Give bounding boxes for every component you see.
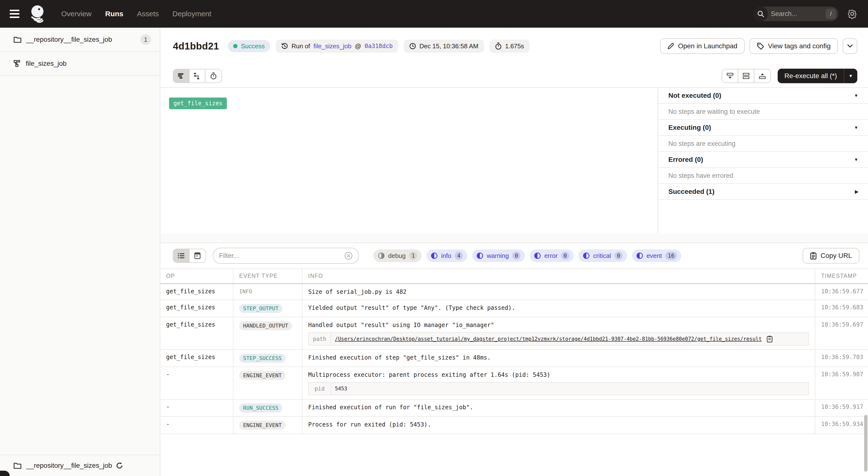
- toggle-icon: [431, 252, 438, 259]
- commit-link[interactable]: 0a318dcb: [365, 43, 393, 49]
- gantt-timing-view-button[interactable]: [206, 69, 221, 82]
- toggle-icon: [534, 252, 541, 259]
- log-table-row[interactable]: get_file_sizes INFO Size of serial_job.p…: [160, 283, 868, 300]
- section-toggle-icon[interactable]: ▼: [854, 93, 858, 98]
- top-nav-bar: OverviewRunsAssetsDeployment /: [0, 0, 868, 28]
- log-table-row[interactable]: get_file_sizes HANDLED_OUTPUT Handled ou…: [160, 317, 868, 350]
- log-level-toggle-error[interactable]: error 0: [530, 249, 574, 262]
- log-timestamp: 10:36:59.677: [815, 283, 868, 300]
- run-duration-tag: 1.675s: [490, 39, 529, 53]
- event-type-badge: STEP_SUCCESS: [239, 354, 286, 363]
- log-level-toggle-critical[interactable]: critical 0: [579, 249, 627, 262]
- global-search[interactable]: /: [753, 6, 838, 21]
- sidebar-item-job[interactable]: file_sizes_job: [0, 52, 160, 76]
- vertical-scrollbar[interactable]: [864, 415, 868, 472]
- level-count-badge: 0: [561, 251, 569, 260]
- layout-split-panel-button[interactable]: [738, 69, 754, 82]
- stopwatch-icon: [495, 42, 502, 50]
- level-count-badge: 4: [455, 251, 463, 260]
- footer-repository-name: __repository__file_sizes_job: [26, 462, 112, 470]
- settings-gear-icon[interactable]: [847, 9, 857, 19]
- log-view-mode-segment: [173, 249, 206, 263]
- open-in-launchpad-button[interactable]: Open in Launchpad: [660, 38, 745, 54]
- status-section-header[interactable]: Executing (0) ▼: [659, 120, 868, 136]
- tag-icon: [757, 42, 764, 50]
- copy-url-button[interactable]: Copy URL: [803, 248, 859, 264]
- log-filter-toolbar: debug 1 info 4 warning 0 error 0: [160, 243, 868, 268]
- log-raw-view-button[interactable]: [189, 249, 206, 262]
- clear-filter-icon[interactable]: [344, 251, 353, 260]
- reexecute-dropdown-caret[interactable]: ▼: [844, 69, 857, 83]
- log-table-row[interactable]: - ENGINE_EVENT Multiprocess executor: pa…: [160, 367, 868, 399]
- level-count-badge: 16: [665, 251, 677, 260]
- event-type-badge: INFO: [239, 288, 252, 295]
- event-type-badge: RUN_SUCCESS: [239, 404, 282, 412]
- job-sidebar: __repository__file_sizes_job 1 file_size…: [0, 28, 160, 476]
- layout-top-panel-button[interactable]: [722, 69, 738, 82]
- copy-path-icon[interactable]: [767, 335, 773, 343]
- log-table-view-button[interactable]: [174, 249, 189, 262]
- status-section-header[interactable]: Not executed (0) ▼: [659, 88, 868, 104]
- panel-layout-segment: [722, 69, 771, 83]
- event-type-badge: STEP_OUTPUT: [239, 304, 282, 313]
- log-timestamp: 10:36:59.934: [815, 416, 868, 434]
- level-count-badge: 0: [615, 251, 623, 260]
- metadata-entry: pid 5453: [308, 382, 809, 395]
- section-toggle-icon[interactable]: ▼: [854, 125, 858, 130]
- hamburger-menu-icon[interactable]: [10, 9, 21, 19]
- job-link[interactable]: file_sizes_job: [314, 42, 351, 50]
- log-table-row[interactable]: get_file_sizes STEP_SUCCESS Finished exe…: [160, 350, 868, 367]
- status-section-header[interactable]: Succeeded (1) ▶: [659, 184, 868, 200]
- log-level-toggle-event[interactable]: event 16: [632, 249, 681, 262]
- dagster-logo-icon[interactable]: [29, 4, 48, 24]
- toggle-icon: [583, 252, 590, 259]
- log-table-row[interactable]: - RUN_SUCCESS Finished execution of run …: [160, 399, 868, 416]
- log-timestamp: 10:36:59.683: [815, 300, 868, 317]
- level-count-badge: 1: [409, 251, 417, 260]
- metadata-value: /Users/erincochran/Desktop/asset_tutoria…: [331, 336, 766, 342]
- gantt-flat-view-button[interactable]: [174, 69, 189, 82]
- log-level-toggle-debug[interactable]: debug 1: [374, 249, 422, 262]
- log-timestamp: 10:36:59.697: [815, 317, 868, 350]
- metadata-entry: path /Users/erincochran/Desktop/asset_tu…: [308, 332, 809, 345]
- folder-icon: [13, 462, 21, 469]
- dagster-run-page: OverviewRunsAssetsDeployment / __reposit…: [0, 0, 868, 476]
- log-table-row[interactable]: get_file_sizes STEP_OUTPUT Yielded outpu…: [160, 300, 868, 317]
- nav-item-runs[interactable]: Runs: [105, 10, 123, 18]
- view-tags-config-button[interactable]: View tags and config: [749, 38, 838, 54]
- nav-item-deployment[interactable]: Deployment: [173, 10, 211, 18]
- nav-item-overview[interactable]: Overview: [61, 10, 92, 18]
- sidebar-footer: __repository__file_sizes_job: [0, 455, 160, 476]
- gantt-step-bar[interactable]: get_file_sizes: [169, 98, 227, 109]
- log-timestamp: 10:36:59.917: [815, 399, 868, 416]
- log-filter-input[interactable]: [219, 252, 344, 260]
- status-section-header[interactable]: Errored (0) ▼: [659, 152, 868, 168]
- status-section-message: No steps are executing: [659, 136, 868, 152]
- nav-item-assets[interactable]: Assets: [137, 10, 159, 18]
- section-toggle-icon[interactable]: ▶: [855, 189, 858, 194]
- level-count-badge: 0: [512, 251, 521, 260]
- pencil-icon: [668, 43, 674, 49]
- log-level-toggles: debug 1 info 4 warning 0 error 0: [374, 249, 681, 262]
- layout-bottom-panel-button[interactable]: [754, 69, 770, 82]
- event-type-badge: ENGINE_EVENT: [239, 371, 286, 380]
- run-actions-dropdown-button[interactable]: [843, 38, 857, 54]
- status-section-message: No steps are waiting to execute: [659, 104, 868, 120]
- reload-repository-icon[interactable]: [116, 462, 123, 469]
- run-datetime-tag: Dec 15, 10:36:58 AM: [404, 39, 484, 53]
- section-toggle-icon[interactable]: ▼: [854, 157, 858, 162]
- column-header-event-type: EVENT TYPE: [233, 269, 302, 283]
- log-level-toggle-info[interactable]: info 4: [427, 249, 467, 262]
- job-name: file_sizes_job: [26, 60, 66, 67]
- log-table-row[interactable]: - ENGINE_EVENT Process for run exited (p…: [160, 416, 868, 434]
- log-filter-field: [213, 248, 359, 264]
- reexecute-all-button[interactable]: Re-execute all (*) ▼: [778, 69, 857, 83]
- search-input[interactable]: [768, 10, 826, 18]
- gantt-waterfall-view-button[interactable]: [189, 69, 206, 82]
- run-header: 4d1bbd21 Success Run of file_sizes_job @…: [160, 28, 868, 65]
- log-level-toggle-warning[interactable]: warning 0: [472, 249, 525, 262]
- repo-job-count-badge: 1: [141, 34, 151, 45]
- sidebar-item-repository[interactable]: __repository__file_sizes_job 1: [0, 28, 160, 52]
- search-shortcut-key: /: [826, 9, 836, 19]
- history-clock-icon: [281, 43, 288, 49]
